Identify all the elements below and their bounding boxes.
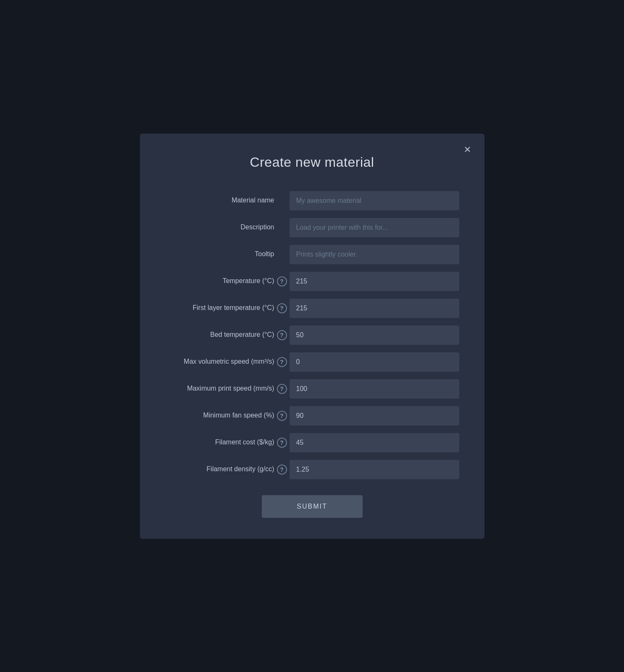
form-row-max-print-speed: Maximum print speed (mm/s)? (165, 378, 459, 400)
input-tooltip[interactable] (290, 245, 459, 264)
form-row-bed-temperature: Bed temperature (°C)? (165, 324, 459, 346)
create-material-modal: × Create new material Material nameDescr… (140, 134, 484, 539)
input-bed-temperature[interactable] (290, 326, 459, 345)
label-description: Description (165, 216, 274, 239)
input-temperature[interactable] (290, 272, 459, 291)
help-icon-first-layer-temp[interactable]: ? (277, 303, 287, 313)
label-bed-temperature: Bed temperature (°C) (165, 324, 274, 346)
help-icon-filament-cost[interactable]: ? (277, 438, 287, 448)
label-first-layer-temp: First layer temperature (°C) (165, 297, 274, 320)
close-button[interactable]: × (461, 142, 474, 157)
input-first-layer-temp[interactable] (290, 299, 459, 318)
form-row-max-volumetric-speed: Max volumetric speed (mm³/s)? (165, 351, 459, 373)
help-icon-bed-temperature[interactable]: ? (277, 330, 287, 340)
label-filament-density: Filament density (g/cc) (165, 458, 274, 481)
label-filament-cost: Filament cost ($/kg) (165, 431, 274, 454)
form-table: Material nameDescriptionTooltipTemperatu… (165, 185, 459, 485)
submit-button[interactable]: SUBMIT (262, 495, 363, 518)
form-row-filament-density: Filament density (g/cc)? (165, 458, 459, 481)
label-temperature: Temperature (°C) (165, 270, 274, 293)
form-row-material-name: Material name (165, 189, 459, 212)
form-row-description: Description (165, 216, 459, 239)
input-max-volumetric-speed[interactable] (290, 352, 459, 372)
submit-row: SUBMIT (165, 495, 459, 518)
help-icon-max-print-speed[interactable]: ? (277, 384, 287, 394)
help-icon-temperature[interactable]: ? (277, 276, 287, 286)
help-icon-min-fan-speed[interactable]: ? (277, 411, 287, 421)
label-max-print-speed: Maximum print speed (mm/s) (165, 378, 274, 400)
form-row-tooltip: Tooltip (165, 243, 459, 266)
label-material-name: Material name (165, 189, 274, 212)
form-row-min-fan-speed: Minimum fan speed (%)? (165, 404, 459, 427)
input-filament-cost[interactable] (290, 433, 459, 452)
input-min-fan-speed[interactable] (290, 406, 459, 425)
input-material-name[interactable] (290, 191, 459, 210)
input-max-print-speed[interactable] (290, 379, 459, 399)
help-icon-max-volumetric-speed[interactable]: ? (277, 357, 287, 367)
input-description[interactable] (290, 218, 459, 237)
form-row-first-layer-temp: First layer temperature (°C)? (165, 297, 459, 320)
form-row-filament-cost: Filament cost ($/kg)? (165, 431, 459, 454)
label-min-fan-speed: Minimum fan speed (%) (165, 404, 274, 427)
form-row-temperature: Temperature (°C)? (165, 270, 459, 293)
help-icon-filament-density[interactable]: ? (277, 465, 287, 475)
label-max-volumetric-speed: Max volumetric speed (mm³/s) (165, 351, 274, 373)
input-filament-density[interactable] (290, 460, 459, 479)
label-tooltip: Tooltip (165, 243, 274, 266)
modal-title: Create new material (165, 155, 459, 170)
